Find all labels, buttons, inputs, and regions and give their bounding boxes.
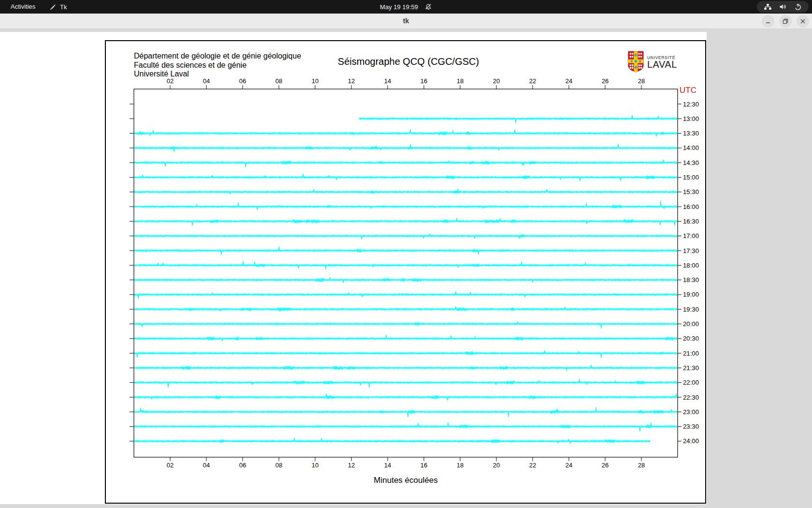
- svg-text:20:00: 20:00: [683, 320, 699, 328]
- app-menu-label: Tk: [60, 3, 67, 11]
- svg-text:12: 12: [348, 77, 355, 85]
- minimize-button[interactable]: [762, 15, 774, 28]
- svg-text:08: 08: [276, 77, 282, 85]
- svg-text:22: 22: [529, 462, 536, 469]
- svg-text:14:00: 14:00: [683, 144, 699, 151]
- svg-text:06: 06: [239, 462, 246, 469]
- svg-text:08: 08: [276, 462, 282, 469]
- window-title: tk: [0, 14, 812, 29]
- svg-text:06: 06: [239, 77, 246, 85]
- svg-text:04: 04: [203, 462, 210, 469]
- svg-text:17:00: 17:00: [683, 232, 699, 239]
- desktop: Département de géologie et de génie géol…: [0, 29, 812, 508]
- window-controls: [762, 15, 809, 28]
- window-titlebar[interactable]: tk: [0, 14, 812, 29]
- svg-text:20: 20: [493, 77, 500, 85]
- screen: Activities Tk May 19 19:59: [0, 0, 812, 508]
- svg-text:13:30: 13:30: [683, 130, 699, 137]
- svg-text:10: 10: [312, 77, 319, 85]
- close-button[interactable]: [797, 15, 809, 28]
- svg-text:22:30: 22:30: [683, 394, 699, 401]
- power-icon: [794, 3, 802, 11]
- svg-text:15:30: 15:30: [683, 188, 699, 195]
- seismograph-plot: 0202040406060808101012121414161618182020…: [0, 32, 707, 504]
- tk-canvas: Département de géologie et de génie géol…: [0, 32, 707, 504]
- clock-label: May 19 19:59: [380, 3, 418, 11]
- notifications-muted-icon: [424, 3, 432, 11]
- top-bar: Activities Tk May 19 19:59: [0, 0, 812, 14]
- svg-text:04: 04: [203, 77, 210, 85]
- svg-text:18: 18: [457, 77, 464, 85]
- network-wired-icon: [764, 3, 772, 11]
- svg-text:15:00: 15:00: [683, 174, 699, 181]
- svg-text:12:30: 12:30: [683, 101, 699, 108]
- svg-text:28: 28: [638, 77, 645, 85]
- svg-text:02: 02: [167, 77, 174, 85]
- tk-feather-icon: [49, 3, 57, 11]
- svg-text:17:30: 17:30: [683, 247, 699, 254]
- svg-text:28: 28: [638, 462, 645, 469]
- clock-menu[interactable]: May 19 19:59: [380, 0, 432, 14]
- svg-text:16: 16: [420, 462, 427, 469]
- svg-text:19:30: 19:30: [683, 306, 699, 313]
- svg-text:16:30: 16:30: [683, 218, 699, 225]
- svg-text:18:30: 18:30: [683, 276, 699, 284]
- app-menu[interactable]: Tk: [49, 0, 67, 14]
- activities-button[interactable]: Activities: [8, 0, 38, 14]
- svg-text:16:00: 16:00: [683, 203, 699, 210]
- svg-text:14: 14: [384, 77, 391, 85]
- svg-text:24:00: 24:00: [683, 437, 699, 445]
- svg-text:19:00: 19:00: [683, 291, 699, 298]
- svg-text:22: 22: [529, 77, 536, 85]
- svg-text:16: 16: [420, 77, 427, 85]
- svg-text:14:30: 14:30: [683, 159, 699, 166]
- svg-text:26: 26: [602, 77, 609, 85]
- svg-text:12: 12: [348, 462, 355, 469]
- svg-text:Minutes écoulées: Minutes écoulées: [374, 476, 437, 485]
- svg-text:24: 24: [566, 462, 572, 469]
- svg-text:10: 10: [312, 462, 319, 469]
- svg-text:20:30: 20:30: [683, 335, 699, 342]
- svg-text:13:00: 13:00: [683, 115, 699, 122]
- restore-button[interactable]: [779, 15, 792, 28]
- svg-text:21:30: 21:30: [683, 364, 699, 372]
- svg-text:23:00: 23:00: [683, 408, 699, 416]
- svg-text:18: 18: [457, 462, 464, 469]
- svg-text:02: 02: [167, 462, 174, 469]
- system-status-area[interactable]: [757, 1, 809, 13]
- svg-text:23:30: 23:30: [683, 423, 699, 430]
- svg-text:14: 14: [384, 462, 391, 469]
- svg-text:26: 26: [602, 462, 609, 469]
- svg-text:22:00: 22:00: [683, 379, 699, 386]
- svg-text:20: 20: [493, 462, 500, 469]
- volume-icon: [779, 3, 787, 11]
- svg-text:21:00: 21:00: [683, 350, 699, 357]
- svg-text:24: 24: [566, 77, 572, 85]
- svg-text:18:00: 18:00: [683, 262, 699, 269]
- svg-text:UTC: UTC: [680, 86, 696, 95]
